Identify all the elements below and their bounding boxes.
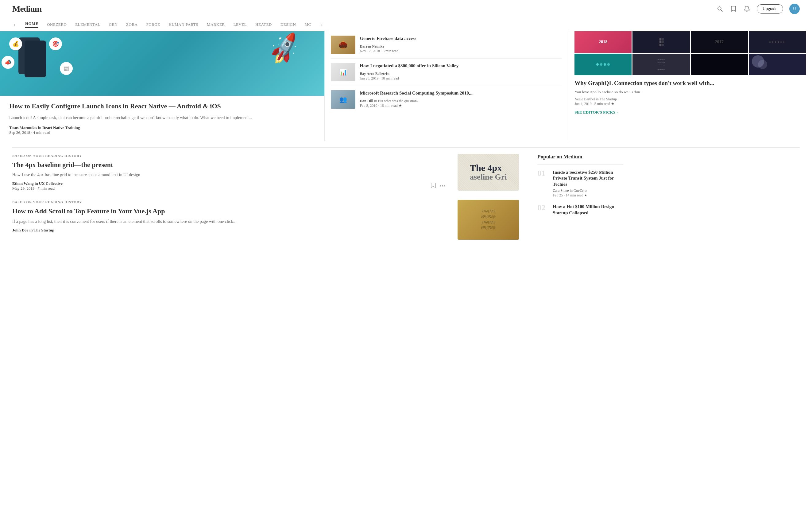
editors-meta: Neele Barthel in The Startup Jun 4, 2019… bbox=[574, 97, 806, 106]
main-content: 💰 📣 🎯 📰 🚀 How to Easily Configure Launch… bbox=[0, 31, 812, 141]
logo[interactable]: Medium bbox=[12, 4, 42, 14]
nav-item-mc[interactable]: MC bbox=[304, 22, 311, 27]
grid-cell-dots1 bbox=[749, 31, 806, 53]
editors-article-title[interactable]: Why GraphQL Connection types don't work … bbox=[574, 79, 806, 87]
reading-history-desc-2: If a page has a long list, then it is co… bbox=[12, 218, 445, 225]
popular-item-2: 02 How a Hot $100 Million Design Startup… bbox=[537, 204, 623, 217]
nav-item-design[interactable]: DESIGN bbox=[280, 22, 296, 27]
article-byline: Dan Hill in But what was the question? F… bbox=[360, 99, 473, 108]
article-title[interactable]: How I negotiated a $300,000 offer in Sil… bbox=[360, 63, 458, 69]
section-label-1: BASED ON YOUR READING HISTORY bbox=[12, 154, 445, 157]
editors-grid: 2018 ||||||||||||||||||||||||||| 2017 bbox=[574, 31, 806, 75]
section-label-2: BASED ON YOUR READING HISTORY bbox=[12, 200, 445, 204]
navigation: ‹ HOME ONEZERO ELEMENTAL GEN ZORA FORGE … bbox=[0, 18, 812, 31]
popular-article-title-2[interactable]: How a Hot $100 Million Design Startup Co… bbox=[553, 204, 623, 216]
reading-history-title-2[interactable]: How to Add Scroll to Top Feature in Your… bbox=[12, 207, 445, 216]
nav-item-marker[interactable]: MARKER bbox=[207, 22, 225, 27]
svg-line-1 bbox=[721, 10, 722, 11]
list-item: 📊 How I negotiated a $300,000 offer in S… bbox=[331, 59, 562, 86]
article-thumbnail-nuts: 🌰 bbox=[331, 35, 355, 54]
list-item: 👥 Microsoft Research Social Computing Sy… bbox=[331, 86, 562, 113]
article-title[interactable]: Microsoft Research Social Computing Symp… bbox=[360, 90, 473, 96]
article-thumbnail-crowd: 👥 bbox=[331, 90, 355, 109]
popular-num-2: 02 bbox=[537, 204, 548, 212]
notification-icon[interactable] bbox=[743, 5, 751, 12]
svg-point-0 bbox=[718, 7, 721, 10]
editors-picks-section: 2018 ||||||||||||||||||||||||||| 2017 bbox=[568, 31, 812, 141]
popular-item-1: 01 Inside a Secretive $250 Million Priva… bbox=[537, 170, 623, 198]
avatar[interactable]: U bbox=[789, 4, 800, 14]
preview-text-overlay-1: The 4px aseline Gri bbox=[470, 163, 507, 182]
search-icon[interactable] bbox=[716, 5, 724, 12]
nav-item-home[interactable]: HOME bbox=[25, 21, 38, 28]
see-editors-picks-link[interactable]: SEE EDITOR'S PICKS › bbox=[574, 110, 806, 115]
nav-item-level[interactable]: LEVEL bbox=[234, 22, 247, 27]
popular-on-medium-section: Popular on Medium 01 Inside a Secretive … bbox=[537, 154, 623, 242]
article-byline: Darren Neimke Nov 17, 2018 · 3 min read bbox=[360, 44, 416, 53]
reading-author-1[interactable]: Ethan Wang in UX Collective bbox=[12, 181, 62, 186]
article-footer-2: John Doe in The Startup bbox=[12, 228, 445, 233]
reading-history-desc-1: How I use the 4px baseline grid to measu… bbox=[12, 172, 445, 178]
article-title[interactable]: Generic Firebase data access bbox=[360, 35, 416, 42]
nav-left-arrow[interactable]: ‹ bbox=[12, 22, 17, 28]
list-item: 🌰 Generic Firebase data access Darren Ne… bbox=[331, 31, 562, 59]
nav-item-zora[interactable]: ZORA bbox=[126, 22, 137, 27]
popular-section-title: Popular on Medium bbox=[537, 154, 623, 160]
popular-num-1: 01 bbox=[537, 170, 548, 177]
grid-cell-2017: 2017 bbox=[691, 31, 748, 53]
article-bookmark-icon[interactable] bbox=[431, 182, 436, 190]
article-thumbnail-presentation: 📊 bbox=[331, 63, 355, 81]
featured-article-title[interactable]: How to Easily Configure Launch Icons in … bbox=[9, 102, 315, 111]
grid-cell-teal bbox=[574, 54, 631, 75]
nav-item-forge[interactable]: FORGE bbox=[146, 22, 160, 27]
grid-cell-2018: 2018 bbox=[574, 31, 631, 53]
featured-article-image: 💰 📣 🎯 📰 🚀 bbox=[0, 31, 324, 96]
grid-cell-2015: ||||||||||||||||||||||||||| bbox=[632, 31, 689, 53]
reading-author-2[interactable]: John Doe in The Startup bbox=[12, 228, 54, 232]
reading-history-title-1[interactable]: The 4px baseline grid—the present bbox=[12, 160, 445, 170]
article-preview-image-2: ∫∂∇∂∫∂∇∂∫∂∇∂∫∂∇∂∫∂∫∂∇∂∫∂∇∂∫∂∇∂∫∂∇∂∫∂ bbox=[458, 200, 519, 240]
nav-item-elemental[interactable]: ELEMENTAL bbox=[75, 22, 100, 27]
nav-item-gen[interactable]: GEN bbox=[109, 22, 117, 27]
more-options-icon[interactable]: ••• bbox=[439, 183, 445, 189]
nav-right-arrow[interactable]: › bbox=[320, 22, 324, 28]
nav-item-onezero[interactable]: ONEZERO bbox=[47, 22, 66, 27]
article-previews: The 4px aseline Gri ∫∂∇∂∫∂∇∂∫∂∇∂∫∂∇∂∫∂∫∂… bbox=[458, 154, 525, 242]
reading-history-item-2: BASED ON YOUR READING HISTORY How to Add… bbox=[12, 200, 445, 233]
article-byline: Bay Area Belletrist Jan 28, 2019 · 18 mi… bbox=[360, 72, 458, 81]
reading-history-item-1: BASED ON YOUR READING HISTORY The 4px ba… bbox=[12, 154, 445, 191]
article-preview-image-1: The 4px aseline Gri bbox=[458, 154, 519, 191]
middle-article-list: 🌰 Generic Firebase data access Darren Ne… bbox=[325, 31, 568, 141]
header-right: Upgrade U bbox=[716, 4, 800, 14]
bookmark-icon[interactable] bbox=[730, 5, 737, 12]
editors-excerpt: You love Apollo cache? So do we! 3 thin.… bbox=[574, 89, 806, 95]
popular-meta-1: Zara Stone in OneZero Feb 25 · 14 min re… bbox=[553, 188, 623, 198]
bottom-section: BASED ON YOUR READING HISTORY The 4px ba… bbox=[0, 154, 812, 242]
featured-author[interactable]: Tasos Maroudas in React Native Training bbox=[9, 125, 80, 130]
featured-article-excerpt: Launch icon! A simple task, that can bec… bbox=[9, 114, 315, 121]
nav-item-human-parts[interactable]: HUMAN PARTS bbox=[169, 22, 198, 27]
nav-item-heated[interactable]: HEATED bbox=[255, 22, 272, 27]
header: Medium Upgrade U bbox=[0, 0, 812, 18]
grid-cell-circles bbox=[749, 54, 806, 75]
reading-history-section: BASED ON YOUR READING HISTORY The 4px ba… bbox=[12, 154, 445, 242]
grid-cell-pattern: ~ ~ ~ ~~ ~ ~ ~~ ~ ~ ~~ ~ ~ ~ bbox=[632, 54, 689, 75]
article-footer-1: Ethan Wang in UX Collective May 29, 2019… bbox=[12, 181, 445, 191]
popular-article-title-1[interactable]: Inside a Secretive $250 Million Private … bbox=[553, 170, 623, 187]
grid-cell-dark bbox=[691, 54, 748, 75]
featured-article-content: How to Easily Configure Launch Icons in … bbox=[0, 96, 324, 141]
featured-article-section: 💰 📣 🎯 📰 🚀 How to Easily Configure Launch… bbox=[0, 31, 325, 141]
section-divider bbox=[12, 147, 800, 148]
upgrade-button[interactable]: Upgrade bbox=[757, 4, 783, 14]
featured-article-meta: Tasos Maroudas in React Native Training … bbox=[9, 125, 315, 135]
popular-divider bbox=[537, 164, 623, 164]
